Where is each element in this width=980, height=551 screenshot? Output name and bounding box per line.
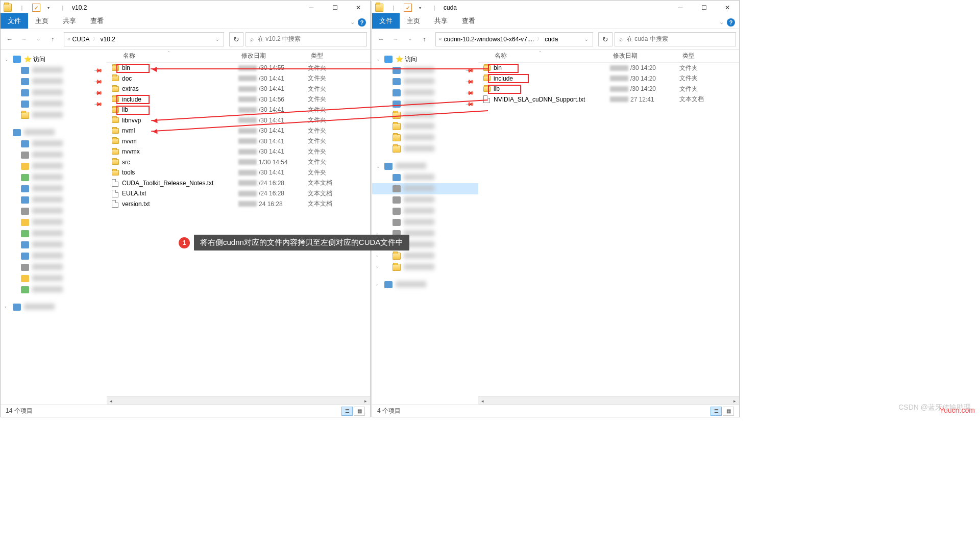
nav-item[interactable]: [1, 262, 107, 273]
nav-item[interactable]: [1, 217, 107, 228]
horizontal-scrollbar[interactable]: ◂▸: [478, 396, 739, 405]
chevron-icon[interactable]: ⌄: [376, 57, 380, 62]
chevron-down-icon[interactable]: ⌵: [351, 20, 354, 25]
file-row[interactable]: CUDA_Toolkit_Release_Notes.txt/24 16:28文…: [107, 178, 370, 189]
recent-dropdown[interactable]: ⌵: [404, 33, 416, 45]
chevron-icon[interactable]: ›: [5, 305, 6, 310]
file-row[interactable]: version.txt24 16:28文本文档: [107, 199, 370, 210]
scroll-right-icon[interactable]: ▸: [730, 396, 739, 405]
tab-share[interactable]: 共享: [427, 13, 455, 29]
nav-item[interactable]: [372, 110, 478, 121]
nav-item[interactable]: [1, 161, 107, 172]
nav-item[interactable]: [1, 239, 107, 251]
nav-item[interactable]: ›: [372, 262, 478, 273]
details-view-button[interactable]: ☰: [341, 407, 353, 416]
refresh-button[interactable]: ↻: [598, 32, 612, 46]
help-icon[interactable]: ?: [358, 18, 366, 27]
chevron-down-icon[interactable]: ▾: [44, 4, 53, 12]
col-date[interactable]: 修改日期: [238, 52, 308, 60]
nav-item[interactable]: 📌: [1, 98, 107, 110]
refresh-button[interactable]: ↻: [229, 32, 243, 46]
horizontal-scrollbar[interactable]: ◂▸: [107, 396, 370, 405]
back-button[interactable]: ←: [4, 33, 16, 45]
tab-view[interactable]: 查看: [455, 13, 482, 29]
file-row[interactable]: lib/30 14:20文件夹: [478, 84, 739, 94]
nav-item[interactable]: ›: [1, 302, 107, 313]
recent-dropdown[interactable]: ⌵: [32, 33, 44, 45]
file-row[interactable]: bin/30 14:55文件夹: [107, 63, 370, 73]
chevron-icon[interactable]: ⌄: [5, 57, 9, 62]
chevron-down-icon[interactable]: ⌵: [720, 20, 723, 25]
tab-file[interactable]: 文件: [1, 13, 28, 29]
file-row[interactable]: include/30 14:20文件夹: [478, 73, 739, 84]
nav-item[interactable]: 📌: [372, 76, 478, 87]
col-type[interactable]: 类型: [308, 52, 359, 60]
minimize-button[interactable]: ─: [300, 1, 323, 15]
checkbox-icon[interactable]: ✓: [404, 4, 412, 12]
back-button[interactable]: ←: [375, 33, 387, 45]
nav-item[interactable]: 📌: [372, 98, 478, 110]
nav-item[interactable]: ›: [372, 251, 478, 262]
nav-item[interactable]: [372, 183, 478, 194]
tab-home[interactable]: 主页: [28, 13, 56, 29]
search-input[interactable]: ⌕ 在 v10.2 中搜索: [246, 32, 367, 46]
nav-item[interactable]: ⌄: [372, 161, 478, 172]
file-row[interactable]: NVIDIA_SLA_cuDNN_Support.txt27 12:41文本文档: [478, 94, 739, 105]
nav-item[interactable]: [1, 251, 107, 262]
nav-pane[interactable]: ⌄⭐ 访问📌📌📌📌›: [1, 49, 107, 405]
title-bar[interactable]: | ✓ ▾ | cuda ─ ☐ ✕: [372, 1, 739, 15]
nav-item[interactable]: [372, 217, 478, 228]
file-row[interactable]: lib/30 14:41文件夹: [107, 105, 370, 115]
col-type[interactable]: 类型: [679, 52, 730, 60]
forward-button[interactable]: →: [389, 33, 402, 45]
file-row[interactable]: include/30 14:56文件夹: [107, 94, 370, 105]
crumb-segment[interactable]: CUDA: [72, 36, 90, 43]
nav-item[interactable]: 📌: [372, 87, 478, 98]
close-button[interactable]: ✕: [347, 1, 370, 15]
tab-share[interactable]: 共享: [56, 13, 83, 29]
nav-item[interactable]: 📌: [372, 65, 478, 76]
chevron-down-icon[interactable]: ⌵: [583, 37, 590, 42]
nav-item[interactable]: [1, 284, 107, 295]
nav-item[interactable]: [372, 143, 478, 155]
nav-item[interactable]: [1, 194, 107, 206]
maximize-button[interactable]: ☐: [692, 1, 716, 15]
file-row[interactable]: doc/30 14:41文件夹: [107, 73, 370, 84]
nav-item[interactable]: 📌: [1, 76, 107, 87]
tab-view[interactable]: 查看: [83, 13, 111, 29]
thumbnails-view-button[interactable]: ▦: [723, 407, 734, 416]
col-date[interactable]: 修改日期: [610, 52, 679, 60]
chevron-icon[interactable]: ›: [376, 282, 378, 287]
nav-item[interactable]: [1, 172, 107, 183]
nav-item[interactable]: [1, 149, 107, 161]
scroll-left-icon[interactable]: ◂: [478, 396, 487, 405]
details-view-button[interactable]: ☰: [710, 407, 722, 416]
nav-item[interactable]: [372, 172, 478, 183]
file-row[interactable]: nvml/30 14:41文件夹: [107, 126, 370, 136]
file-row[interactable]: bin/30 14:20文件夹: [478, 63, 739, 73]
scroll-right-icon[interactable]: ▸: [361, 396, 370, 405]
chevron-down-icon[interactable]: ▾: [416, 4, 424, 12]
help-icon[interactable]: ?: [727, 18, 735, 27]
crumb-segment[interactable]: cuda: [545, 36, 558, 43]
nav-item[interactable]: ⌄⭐ 访问: [1, 54, 107, 65]
chevron-down-icon[interactable]: ⌵: [214, 37, 220, 42]
file-row[interactable]: nvvm/30 14:41文件夹: [107, 136, 370, 147]
file-row[interactable]: tools/30 14:41文件夹: [107, 167, 370, 178]
nav-item[interactable]: 📌: [1, 65, 107, 76]
thumbnails-view-button[interactable]: ▦: [354, 407, 365, 416]
nav-item[interactable]: [1, 110, 107, 121]
nav-item[interactable]: [1, 206, 107, 217]
forward-button[interactable]: →: [18, 33, 30, 45]
close-button[interactable]: ✕: [716, 1, 739, 15]
file-row[interactable]: EULA.txt/24 16:28文本文档: [107, 188, 370, 199]
nav-item[interactable]: [372, 206, 478, 217]
col-name[interactable]: 名称: [112, 52, 238, 60]
checkbox-icon[interactable]: ✓: [32, 4, 40, 12]
file-row[interactable]: libnvvp/30 14:41文件夹: [107, 115, 370, 126]
minimize-button[interactable]: ─: [669, 1, 692, 15]
maximize-button[interactable]: ☐: [323, 1, 347, 15]
file-row[interactable]: extras/30 14:41文件夹: [107, 84, 370, 94]
nav-item[interactable]: [372, 194, 478, 206]
title-bar[interactable]: | ✓ ▾ | v10.2 ─ ☐ ✕: [1, 1, 370, 15]
